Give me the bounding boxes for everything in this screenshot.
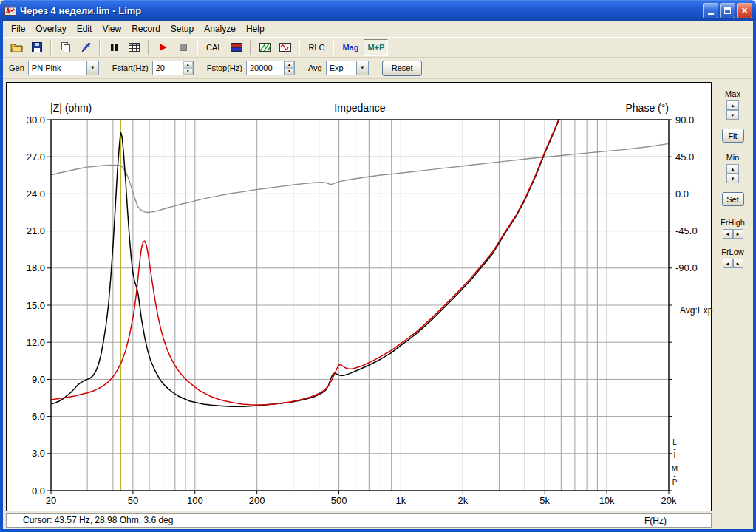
app-icon bbox=[4, 4, 16, 16]
chevron-down-icon[interactable]: ▼ bbox=[356, 61, 368, 75]
max-down-button[interactable]: ▼ bbox=[726, 110, 739, 120]
toolbar-separator bbox=[148, 40, 149, 55]
close-button[interactable]: × bbox=[737, 3, 752, 18]
pause-button[interactable] bbox=[105, 39, 123, 56]
svg-text:6.0: 6.0 bbox=[32, 411, 45, 422]
title-bar: Через 4 недели.lim - Limp × bbox=[0, 0, 756, 21]
frhigh-right-button[interactable]: ► bbox=[733, 229, 743, 239]
open-folder-icon bbox=[10, 42, 23, 52]
copy-button[interactable] bbox=[56, 39, 75, 56]
fstop-label: Fstop(Hz) bbox=[207, 64, 242, 72]
record-start-button[interactable] bbox=[154, 39, 172, 56]
fstart-input[interactable]: 20 ▲ ▼ bbox=[152, 61, 194, 75]
save-floppy-icon bbox=[32, 42, 42, 52]
chart-panel: 0.03.06.09.012.015.018.021.024.027.030.0… bbox=[6, 82, 712, 511]
signal-view-button[interactable] bbox=[276, 39, 294, 56]
reset-button[interactable]: Reset bbox=[382, 61, 423, 76]
frlow-right-button[interactable]: ► bbox=[733, 259, 743, 268]
status-bar: Cursor: 43.57 Hz, 28.98 Ohm, 3.6 deg F(H… bbox=[6, 513, 712, 528]
svg-text:12.0: 12.0 bbox=[27, 337, 45, 348]
menu-item-view[interactable]: View bbox=[97, 22, 126, 35]
minimize-button[interactable] bbox=[703, 3, 718, 18]
limp-watermark: L - I - M - P bbox=[670, 439, 680, 485]
menu-item-edit[interactable]: Edit bbox=[72, 22, 98, 35]
fit-button[interactable]: Fit bbox=[722, 129, 744, 143]
toolbar-separator bbox=[99, 40, 101, 55]
table-icon bbox=[129, 43, 140, 52]
menu-item-file[interactable]: File bbox=[6, 22, 30, 35]
min-spinner: ▲ ▼ bbox=[726, 164, 739, 183]
min-up-button[interactable]: ▲ bbox=[726, 164, 739, 174]
chart-axes: 0.03.06.09.012.015.018.021.024.027.030.0… bbox=[27, 102, 698, 506]
record-stop-button[interactable] bbox=[174, 39, 192, 56]
svg-text:Phase (°): Phase (°) bbox=[625, 102, 669, 114]
svg-text:9.0: 9.0 bbox=[32, 374, 45, 385]
impedance-black bbox=[51, 115, 561, 406]
chevron-down-icon[interactable]: ▼ bbox=[86, 61, 98, 75]
open-button[interactable] bbox=[7, 39, 26, 56]
phase-gray bbox=[51, 143, 669, 212]
magnitude-phase-toggle-button[interactable]: M+P bbox=[364, 39, 388, 56]
svg-text:27.0: 27.0 bbox=[27, 151, 45, 163]
impedance-red bbox=[51, 114, 561, 405]
table-button[interactable] bbox=[125, 39, 143, 56]
svg-text:18.0: 18.0 bbox=[27, 262, 45, 273]
fstop-down-button[interactable]: ▼ bbox=[285, 68, 294, 75]
svg-text:21.0: 21.0 bbox=[27, 225, 45, 236]
svg-text:3.0: 3.0 bbox=[32, 448, 45, 459]
frhigh-label: FrHigh bbox=[721, 218, 745, 227]
gen-label: Gen bbox=[9, 64, 24, 72]
svg-text:15.0: 15.0 bbox=[27, 300, 45, 311]
calibrate-button[interactable]: CAL bbox=[202, 39, 225, 56]
pen-edit-button[interactable] bbox=[76, 39, 95, 56]
fstop-value: 20000 bbox=[247, 61, 284, 75]
fstart-label: Fstart(Hz) bbox=[112, 64, 149, 72]
red-blue-flag-icon bbox=[231, 43, 242, 52]
fstop-input[interactable]: 20000 ▲ ▼ bbox=[246, 61, 295, 75]
set-button[interactable]: Set bbox=[722, 192, 744, 206]
svg-text:24.0: 24.0 bbox=[27, 188, 45, 200]
svg-text:50: 50 bbox=[128, 495, 138, 506]
svg-text:|Z| (ohm): |Z| (ohm) bbox=[50, 102, 92, 114]
svg-text:-90.0: -90.0 bbox=[675, 262, 698, 273]
magnitude-toggle-button[interactable]: Mag bbox=[338, 39, 362, 56]
window-title: Через 4 недели.lim - Limp bbox=[20, 5, 703, 16]
impedance-chart[interactable]: 0.03.06.09.012.015.018.021.024.027.030.0… bbox=[7, 83, 711, 511]
fstart-down-button[interactable]: ▼ bbox=[183, 68, 193, 75]
svg-text:45.0: 45.0 bbox=[675, 151, 694, 163]
max-spinner: ▲ ▼ bbox=[726, 100, 739, 120]
stop-icon bbox=[180, 44, 187, 51]
pause-icon bbox=[110, 43, 119, 52]
max-up-button[interactable]: ▲ bbox=[726, 100, 739, 110]
min-label: Min bbox=[726, 153, 740, 162]
frlow-left-button[interactable]: ◄ bbox=[723, 259, 733, 268]
svg-text:Impedance: Impedance bbox=[334, 102, 385, 114]
frhigh-left-button[interactable]: ◄ bbox=[723, 229, 733, 239]
fstart-up-button[interactable]: ▲ bbox=[183, 61, 193, 68]
sine-wave-icon bbox=[279, 43, 291, 52]
svg-text:5k: 5k bbox=[539, 495, 550, 506]
svg-text:90.0: 90.0 bbox=[675, 115, 694, 126]
menu-item-help[interactable]: Help bbox=[241, 22, 270, 35]
pen-icon bbox=[81, 42, 91, 52]
avg-mode-indicator: Avg:Exp bbox=[680, 305, 712, 316]
fstart-value: 20 bbox=[153, 61, 183, 75]
svg-text:20k: 20k bbox=[661, 495, 677, 506]
menu-item-overlay[interactable]: Overlay bbox=[30, 22, 71, 35]
toolbar-separator bbox=[197, 40, 198, 55]
min-down-button[interactable]: ▼ bbox=[726, 174, 739, 183]
fstop-up-button[interactable]: ▲ bbox=[285, 61, 294, 68]
max-label: Max bbox=[725, 89, 740, 98]
green-hatch-icon bbox=[259, 43, 271, 52]
maximize-button[interactable] bbox=[720, 3, 735, 18]
menu-item-record[interactable]: Record bbox=[126, 22, 166, 35]
rlc-button[interactable]: RLC bbox=[304, 39, 328, 56]
menu-item-analyze[interactable]: Analyze bbox=[199, 22, 241, 35]
save-button[interactable] bbox=[27, 39, 46, 56]
generator-select[interactable]: PN Pink ▼ bbox=[28, 61, 99, 75]
channel-flag-button[interactable] bbox=[227, 39, 245, 56]
svg-text:0.0: 0.0 bbox=[675, 188, 689, 200]
hatch-view-button[interactable] bbox=[256, 39, 274, 56]
averaging-select[interactable]: Exp ▼ bbox=[326, 61, 369, 75]
menu-item-setup[interactable]: Setup bbox=[166, 22, 199, 35]
